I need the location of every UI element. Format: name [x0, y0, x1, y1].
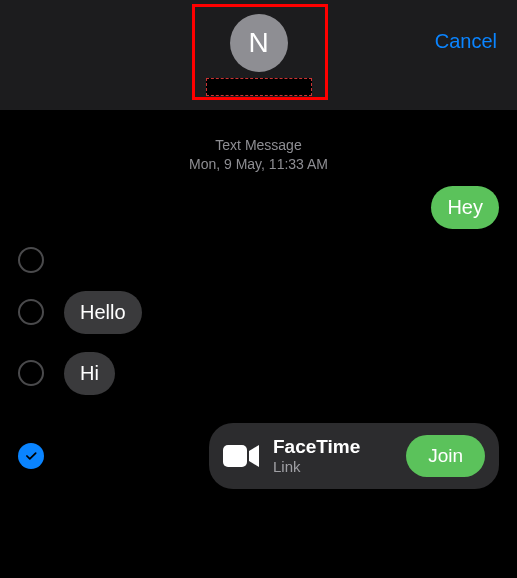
cancel-button[interactable]: Cancel [435, 30, 497, 53]
message-row: Hi [18, 352, 499, 395]
select-message-toggle[interactable] [18, 299, 44, 325]
facetime-icon [223, 443, 259, 469]
message-row: Hello [18, 291, 499, 334]
select-message-toggle[interactable] [18, 443, 44, 469]
timestamp-row: Text Message Mon, 9 May, 11:33 AM [0, 136, 517, 174]
avatar-initial: N [248, 27, 268, 59]
checkmark-icon [24, 449, 38, 463]
contact-avatar[interactable]: N [230, 14, 288, 72]
message-date: Mon, 9 May, [189, 156, 269, 172]
facetime-link-card[interactable]: FaceTime Link Join [209, 423, 499, 489]
facetime-title: FaceTime [273, 436, 392, 458]
join-button[interactable]: Join [406, 435, 485, 477]
svg-rect-0 [223, 445, 247, 467]
outgoing-message-bubble[interactable]: Hey [431, 186, 499, 229]
message-type-label: Text Message [0, 136, 517, 155]
conversation-header: N Cancel [0, 0, 517, 110]
message-row: Hey [18, 186, 499, 229]
message-text: Hello [80, 301, 126, 323]
incoming-message-bubble[interactable]: Hi [64, 352, 115, 395]
message-row [18, 247, 499, 273]
select-message-toggle[interactable] [18, 247, 44, 273]
select-message-toggle[interactable] [18, 360, 44, 386]
message-time: 11:33 AM [269, 156, 328, 172]
message-text: Hey [447, 196, 483, 218]
facetime-subtitle: Link [273, 458, 392, 475]
facetime-text: FaceTime Link [273, 436, 392, 475]
contact-name-redacted [206, 78, 312, 96]
incoming-message-bubble[interactable]: Hello [64, 291, 142, 334]
message-row: FaceTime Link Join [18, 423, 499, 489]
message-list: Hey Hello Hi FaceTime Link Join [0, 174, 517, 489]
message-text: Hi [80, 362, 99, 384]
